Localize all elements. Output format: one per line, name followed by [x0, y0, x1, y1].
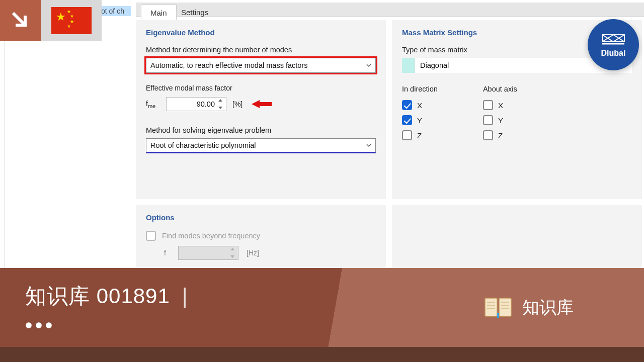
dir-y-label: Y — [417, 116, 422, 125]
svg-rect-1 — [485, 298, 497, 316]
panels-row-2: Options Find modes beyond frequency f [H… — [136, 199, 644, 268]
in-direction-header: In direction — [402, 85, 438, 93]
panels-row-1: Eigenvalue Method Method for determining… — [136, 20, 644, 199]
dir-x-label: X — [417, 101, 422, 110]
select-swatch — [402, 58, 415, 73]
modes-method-dropdown[interactable]: Automatic, to reach effective modal mass… — [146, 58, 376, 73]
panel-header: Options — [146, 213, 376, 222]
spin-buttons[interactable] — [218, 99, 223, 109]
dlubal-mark-icon — [601, 32, 625, 47]
title-band: 知识库 001891 | ••• 知识库 — [0, 268, 644, 347]
axis-x-checkbox[interactable] — [483, 100, 493, 110]
dlubal-logo: Dlubal — [588, 19, 639, 70]
band-title-right: 知识库 — [522, 296, 574, 319]
spin-up-icon[interactable] — [218, 99, 222, 102]
dir-y-checkbox[interactable] — [402, 115, 412, 125]
tab-settings[interactable]: Settings — [172, 5, 217, 20]
fme-input-row: fme 90.00 [%] — [146, 97, 376, 111]
freq-unit: [Hz] — [247, 249, 259, 257]
find-beyond-checkbox[interactable] — [146, 231, 156, 241]
chevron-down-icon — [366, 143, 371, 148]
dlubal-text: Dlubal — [601, 49, 626, 58]
flag-tile: ★ ★★★★ — [41, 0, 102, 41]
pipe-divider: | — [182, 284, 188, 308]
freq-symbol: f — [164, 249, 170, 257]
footer-bar — [0, 347, 644, 362]
spin-down-icon[interactable] — [218, 107, 222, 109]
truncated-list-item[interactable]: ot of ch — [100, 6, 131, 16]
find-beyond-label: Find modes beyond frequency — [162, 232, 260, 240]
dir-z-label: Z — [417, 131, 422, 140]
axis-z-label: Z — [498, 131, 503, 140]
solver-method-dropdown[interactable]: Root of characteristic polynomial — [146, 138, 376, 153]
eigenvalue-method-panel: Eigenvalue Method Method for determining… — [136, 20, 386, 199]
dir-x-checkbox[interactable] — [402, 100, 412, 110]
arrow-down-right-icon — [10, 10, 31, 31]
band-title-left: 知识库 001891 | — [25, 282, 188, 310]
fme-value-input[interactable]: 90.00 — [166, 97, 226, 111]
attention-arrow-icon — [252, 99, 272, 109]
fme-symbol: fme — [146, 100, 160, 109]
empty-panel — [392, 205, 642, 268]
modes-method-value: Automatic, to reach effective modal mass… — [150, 61, 307, 69]
main-content: Main Settings Eigenvalue Method Method f… — [136, 3, 644, 268]
about-axis-column: About axis X Y Z — [483, 85, 517, 140]
axis-z-checkbox[interactable] — [483, 130, 493, 140]
modes-method-label: Method for determining the number of mod… — [146, 46, 376, 54]
svg-rect-2 — [499, 298, 511, 316]
china-flag-icon: ★ ★★★★ — [51, 7, 92, 34]
about-axis-header: About axis — [483, 85, 517, 93]
axis-x-label: X — [498, 101, 503, 110]
options-panel: Options Find modes beyond frequency f [H… — [136, 205, 386, 268]
tab-main[interactable]: Main — [141, 5, 177, 20]
ellipsis-icon: ••• — [25, 314, 55, 337]
svg-marker-0 — [252, 100, 272, 108]
spin-down-icon — [230, 255, 234, 258]
in-direction-column: In direction X Y Z — [402, 85, 438, 140]
solver-method-label: Method for solving eigenvalue problem — [146, 126, 376, 134]
book-icon — [484, 296, 512, 319]
solver-method-value: Root of characteristic polynomial — [150, 141, 256, 149]
band-right-group: 知识库 — [484, 296, 574, 319]
spin-buttons — [230, 248, 235, 258]
tab-strip: Main Settings — [136, 3, 644, 17]
corner-tile — [0, 0, 41, 41]
dir-z-checkbox[interactable] — [402, 130, 412, 140]
panel-header: Eigenvalue Method — [146, 28, 376, 37]
spin-up-icon — [230, 248, 234, 250]
freq-value-input — [178, 246, 238, 260]
axis-y-checkbox[interactable] — [483, 115, 493, 125]
title-text: 知识库 001891 — [25, 282, 170, 310]
svg-rect-10 — [602, 35, 624, 42]
direction-axis-block: In direction X Y Z About axis X Y Z — [402, 85, 632, 140]
chevron-down-icon — [366, 63, 371, 68]
svg-rect-9 — [497, 313, 499, 318]
fme-label: Effective modal mass factor — [146, 84, 376, 92]
axis-y-label: Y — [498, 116, 503, 125]
fme-value: 90.00 — [197, 100, 215, 108]
fme-unit: [%] — [232, 100, 243, 108]
